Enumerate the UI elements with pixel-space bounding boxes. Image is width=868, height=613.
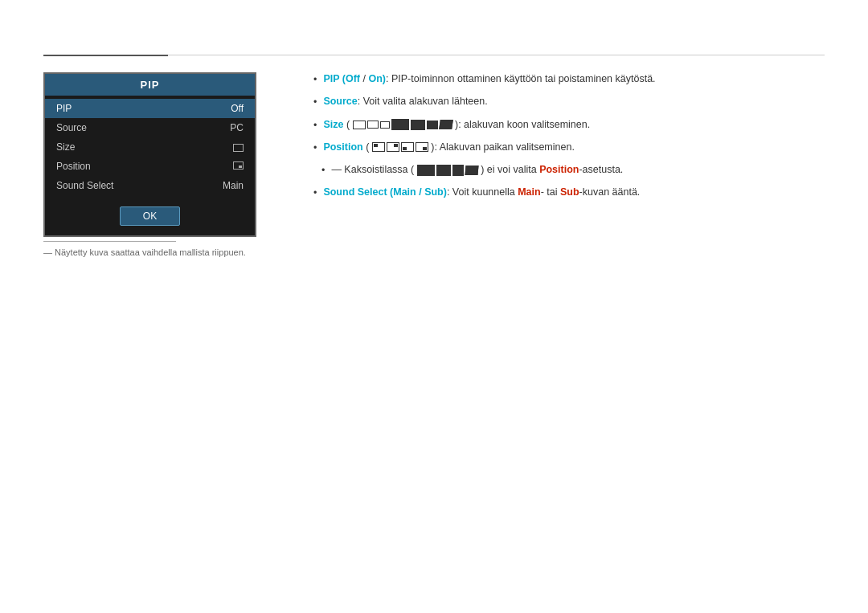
pip-value-sound-select: Main [223,180,244,191]
size-icon-3 [380,121,390,129]
pos-icon-br [416,142,428,152]
desc-source-text: Source: Voit valita alakuvan lähteen. [323,93,487,109]
pip-value-pip: Off [231,103,244,114]
desc-item-kaksoistila: ― Kaksoistilassa ( ) ei voi valita Posit… [321,161,825,179]
desc-sound-body3: -kuvan ääntä. [579,186,641,198]
dual-icon-4 [465,166,478,175]
pip-label-source: Source [56,122,87,133]
pip-label-sound-select: Sound Select [56,180,113,191]
pos-icon-bl [401,142,414,152]
pos-icon-tr [387,142,399,152]
pip-row-position[interactable]: Position [45,157,255,176]
size-icon-1 [353,121,366,129]
desc-position-text: Position ( ): Alakuvan paikan valitsemin… [323,139,575,155]
desc-item-sound-select: Sound Select (Main / Sub): Voit kuunnell… [313,184,825,202]
top-accent-line [43,55,168,56]
pip-menu: PIP Off Source PC Size Position Sound Se… [45,96,255,198]
dual-icon-3 [452,165,464,176]
desc-size-label: Size [323,119,343,130]
desc-item-position: Position ( ): Alakuvan paikan valitsemin… [313,139,825,157]
desc-size-text: Size ( ): alakuvan koon valitseminen. [323,116,590,133]
pip-label-position: Position [56,161,91,172]
desc-slash2: / [416,186,424,198]
desc-size-icons: ( ) [346,119,458,130]
desc-sound-text: Sound Select (Main / Sub): Voit kuunnell… [323,184,640,200]
ok-button-row: OK [45,198,255,235]
pip-value-position [233,161,244,172]
pos-icon-group [372,142,428,152]
pip-row-source[interactable]: Source PC [45,118,255,137]
desc-sound-body2: - tai [541,186,560,198]
pip-menu-box: PIP PIP Off Source PC Size Position [43,72,256,237]
ok-button[interactable]: OK [120,206,180,226]
size-icon-2 [367,121,379,129]
desc-sub-red: Sub [560,186,579,198]
desc-position-label: Position [323,141,362,153]
desc-kaksoistila-em: ― Kaksoistilassa ( [331,164,414,175]
pip-row-sound-select[interactable]: Sound Select Main [45,176,255,195]
desc-sub-label: Sub [424,186,444,198]
desc-kaksoistila-end: -asetusta. [579,164,623,175]
desc-position-icons: ( ) [366,141,434,153]
desc-sound-label: Sound Select ( [323,186,393,198]
size-icon-4 [391,119,409,130]
desc-on-label: On [368,73,382,84]
description-list: PIP (Off / On): PIP-toiminnon ottaminen … [313,71,825,202]
desc-kaksoistila-mid: ) ei voi valita [481,164,539,175]
desc-sound-body1: : Voit kuunnella [447,186,518,198]
desc-position-red: Position [539,164,579,175]
pip-row-pip[interactable]: PIP Off [45,99,255,118]
desc-main-label: Main [393,186,416,198]
desc-pip-body: : PIP-toiminnon ottaminen käyttöön tai p… [386,73,656,84]
desc-kaksoistila-text: ― Kaksoistilassa ( ) ei voi valita Posit… [331,161,623,178]
pip-label-pip: PIP [56,103,72,114]
desc-item-pip: PIP (Off / On): PIP-toiminnon ottaminen … [313,71,825,88]
footnote-divider [43,241,176,242]
desc-item-size: Size ( ): alakuvan koon valitseminen. [313,116,825,134]
dual-icon-1 [417,165,435,176]
description-panel: PIP (Off / On): PIP-toiminnon ottaminen … [313,71,825,207]
size-icon-6 [427,121,438,129]
dual-icon-2 [436,165,451,176]
pos-icon-tl [372,142,385,152]
pip-value-source: PC [230,122,244,133]
desc-size-body: : alakuvan koon valitseminen. [458,119,590,130]
desc-main-red: Main [518,186,540,198]
desc-pip-text: PIP (Off / On): PIP-toiminnon ottaminen … [323,71,655,87]
desc-item-source: Source: Voit valita alakuvan lähteen. [313,93,825,111]
dual-icon-group [417,165,478,176]
desc-pip-label: PIP ( [323,73,346,84]
pip-label-size: Size [56,141,75,153]
desc-slash1: / [360,73,368,84]
pip-title: PIP [45,74,255,96]
size-icon-7 [439,120,453,129]
pip-value-size [233,141,244,153]
position-icon [233,161,244,170]
pip-row-size[interactable]: Size [45,137,255,157]
footnote-text: ― Näytetty kuva saattaa vaihdella mallis… [43,247,246,257]
desc-source-label: Source [323,96,357,107]
desc-source-body: : Voit valita alakuvan lähteen. [358,96,488,107]
size-icon-5 [411,120,425,130]
desc-off-label: Off [346,73,360,84]
size-icon-group [353,119,452,130]
desc-position-body: : Alakuvan paikan valitseminen. [434,141,574,153]
